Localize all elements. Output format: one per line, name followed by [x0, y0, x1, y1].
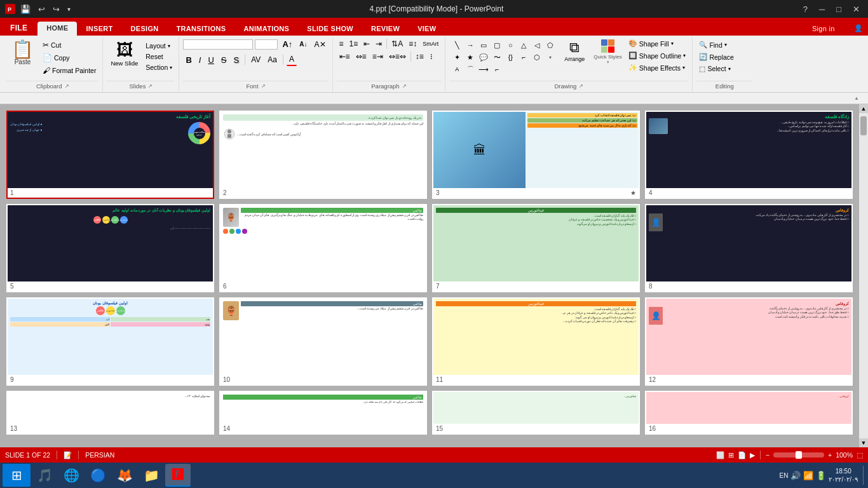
tab-home[interactable]: HOME	[37, 22, 77, 36]
justify-button[interactable]: ⇔≡⇔	[386, 51, 409, 62]
italic-button[interactable]: I	[196, 54, 204, 66]
change-case-button[interactable]: Aa	[265, 54, 280, 65]
person-icon[interactable]: 👤	[849, 22, 868, 36]
slide-item[interactable]: محتوای اسلاید ۱۳... 13	[6, 391, 214, 435]
zoom-slider[interactable]	[773, 452, 824, 458]
tab-animations[interactable]: ANIMATIONS	[234, 22, 298, 36]
scroll-thumb[interactable]	[860, 116, 867, 135]
increase-font-button[interactable]: A↑	[280, 38, 295, 50]
slide-item[interactable]: فیثاغورس □ فک یک پایه گذاران فلسفه است. …	[432, 297, 640, 386]
view-sorter-button[interactable]: ⊞	[728, 451, 734, 459]
shape-round-rect[interactable]: ▢	[491, 39, 503, 51]
zoom-in-button[interactable]: +	[828, 451, 832, 459]
show-desktop-button[interactable]	[863, 466, 865, 485]
minimize-button[interactable]: ─	[816, 3, 828, 15]
help-button[interactable]: ?	[800, 3, 811, 15]
shadow-button[interactable]: S	[231, 54, 242, 66]
save-qat-button[interactable]: 💾	[18, 3, 33, 15]
layout-button[interactable]: Layout ▾	[143, 41, 175, 51]
taskbar-powerpoint-button[interactable]: 🅿	[165, 464, 191, 487]
taskbar-explorer-button[interactable]: 📁	[139, 464, 164, 487]
shape-pentagon[interactable]: ⬠	[544, 39, 557, 51]
font-size-input[interactable]	[255, 39, 278, 50]
paste-button[interactable]: 📋 Paste	[6, 38, 39, 68]
shape-arrow[interactable]: →	[464, 39, 477, 51]
speaker-icon[interactable]: 🔊	[790, 471, 801, 480]
taskbar-ie-button[interactable]: 🌐	[58, 464, 84, 487]
slide-item[interactable]: کروفاس 👤 □ در مختصری از آثارهایی ماده وی…	[645, 204, 853, 292]
sign-in-button[interactable]: Sign in	[803, 22, 844, 36]
undo-qat-button[interactable]: ↩	[36, 3, 48, 15]
convert-smartart-button[interactable]: SmArt	[420, 39, 441, 48]
reset-button[interactable]: Reset	[143, 51, 175, 62]
notes-button[interactable]: 📝	[64, 451, 72, 459]
scroll-up-button[interactable]: ▲	[859, 104, 868, 113]
align-left-button[interactable]: ⇤≡	[337, 51, 353, 62]
tab-insert[interactable]: INSERT	[77, 22, 121, 36]
shape-brace[interactable]: ⌐	[517, 51, 530, 63]
shape-fill-button[interactable]: 🎨 Shape Fill ▾	[626, 38, 689, 49]
taskbar-chrome-button[interactable]: 🔵	[85, 464, 111, 487]
shape-fill-dropdown[interactable]: ▾	[671, 41, 674, 46]
font-expand-icon[interactable]: ↗	[261, 83, 266, 89]
clipboard-expand-icon[interactable]: ↗	[65, 83, 69, 89]
shape-triangle[interactable]: △	[517, 39, 530, 51]
underline-button[interactable]: U	[205, 54, 216, 66]
battery-icon[interactable]: 🔋	[816, 471, 826, 480]
scroll-down-button[interactable]: ▼	[859, 438, 868, 447]
copy-button[interactable]: 📄 Copy	[40, 52, 98, 64]
char-spacing-button[interactable]: AV	[248, 54, 263, 65]
shape-effects-dropdown[interactable]: ▾	[682, 65, 685, 71]
shape-curve[interactable]: ⌒	[464, 64, 477, 75]
taskbar-media-button[interactable]: 🎵	[32, 464, 57, 487]
align-text-button[interactable]: ≡↕	[406, 38, 419, 50]
close-button[interactable]: ✕	[850, 3, 863, 15]
shape-outline-dropdown[interactable]: ▾	[683, 53, 686, 58]
slide-item[interactable]: طالس اطلاعات اساسی که می‌گوید که اگر باق…	[219, 391, 427, 435]
slide-item[interactable]: «در یک رودخانه دو بار نمی توان شنا کرد.»…	[219, 111, 427, 199]
tab-design[interactable]: DESIGN	[122, 22, 168, 36]
find-button[interactable]: 🔍 Find ▾	[696, 39, 729, 50]
slide-item[interactable]: 🏛 ت: نمی توان فلسفه انتخاب کرد ت: این مع…	[432, 111, 640, 199]
columns-button[interactable]: ⫶	[427, 51, 436, 62]
tab-transitions[interactable]: TRANSITIONS	[168, 22, 235, 36]
zoom-out-button[interactable]: −	[766, 451, 770, 459]
decrease-indent-button[interactable]: ⇤	[361, 38, 372, 50]
shape-line[interactable]: ╲	[451, 39, 463, 51]
numbering-button[interactable]: 1≡	[347, 38, 361, 50]
shape-bracket[interactable]: {}	[504, 51, 517, 63]
line-spacing-button[interactable]: ↕≡	[413, 51, 426, 62]
view-normal-button[interactable]: ⬜	[716, 451, 724, 459]
fit-button[interactable]: ⬚	[857, 451, 863, 459]
slide-item[interactable]: کروفاس... 16	[645, 391, 853, 435]
tab-slideshow[interactable]: SLIDE SHOW	[298, 22, 362, 36]
font-color-button[interactable]: A	[287, 53, 297, 66]
slide-item[interactable]: اولین فیلسوفان یونان طالس فیثاغورس هراکل…	[6, 297, 214, 386]
new-slide-button[interactable]: 🖼 New Slide	[107, 38, 142, 69]
strikethrough-button[interactable]: S	[219, 54, 229, 66]
view-reading-button[interactable]: 📄	[738, 451, 746, 459]
shape-connector[interactable]: ⟶	[477, 64, 490, 75]
slide-item[interactable]: کروفاس 👤 □ در مختصری از آثارهایی ماده وی…	[645, 297, 853, 386]
quick-styles-button[interactable]: Quick Styles ▾	[591, 38, 624, 66]
view-slideshow-button[interactable]: ▶	[750, 451, 755, 459]
bullets-button[interactable]: ≡	[337, 38, 346, 50]
shape-outline-button[interactable]: 🔲 Shape Outline ▾	[626, 50, 689, 61]
paragraph-expand-icon[interactable]: ↗	[402, 83, 407, 89]
shape-right-triangle[interactable]: ◁	[531, 39, 543, 51]
start-button[interactable]: ⊞	[3, 464, 31, 487]
slide-item[interactable]: آغاز تاریخی فلسفه ● اولین فیلسوفان یونان…	[6, 111, 214, 199]
slide-item[interactable]: فیثاغورس... 15	[432, 391, 640, 435]
increase-indent-button[interactable]: ⇥	[373, 38, 384, 50]
maximize-button[interactable]: □	[833, 3, 844, 15]
cut-button[interactable]: ✂ Cut	[40, 39, 98, 51]
slide-item[interactable]: فیثاغورس □ فک یک پایه گذاران فلسفه است. …	[432, 204, 640, 292]
drawing-expand-icon[interactable]: ↗	[579, 83, 583, 89]
shape-rect[interactable]: ▭	[477, 39, 490, 51]
redo-qat-button[interactable]: ↪	[50, 3, 62, 15]
slide-item[interactable]: 🏺 طالس طالس در قرن ششم پیش از میلاد زی ز…	[219, 204, 427, 292]
clear-formatting-button[interactable]: A✕	[312, 39, 329, 50]
slide-item[interactable]: زادگاه فلسفه □ اطلاعات امروز به هیچ وجه …	[645, 111, 853, 199]
align-right-button[interactable]: ≡⇥	[370, 51, 386, 62]
customize-qat-button[interactable]: ▾	[65, 4, 73, 14]
